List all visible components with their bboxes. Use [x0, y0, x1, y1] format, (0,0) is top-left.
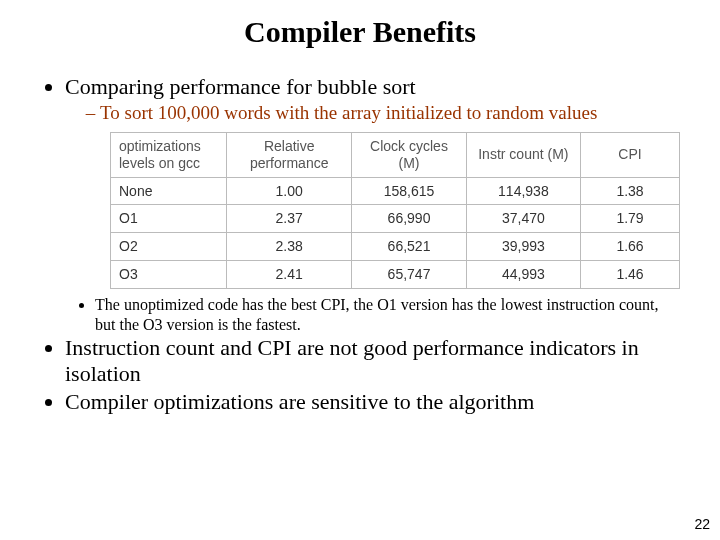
bullet-text: Instruction count and CPI are not good p… [65, 335, 639, 386]
col-header: optimizations levels on gcc [111, 133, 227, 178]
table-cell: 1.00 [227, 177, 352, 205]
table-cell: 158,615 [352, 177, 466, 205]
bullet-item: Compiler optimizations are sensitive to … [65, 389, 680, 415]
bullet-item: Comparing performance for bubble sort To… [65, 74, 680, 124]
sub-bullet-text: To sort 100,000 words with the array ini… [100, 102, 597, 123]
table-row: O3 2.41 65,747 44,993 1.46 [111, 260, 680, 288]
table-cell: 2.41 [227, 260, 352, 288]
table-container: optimizations levels on gcc Relative per… [110, 132, 680, 289]
col-header: Clock cycles (M) [352, 133, 466, 178]
note-list: The unoptimized code has the best CPI, t… [70, 295, 680, 335]
performance-table: optimizations levels on gcc Relative per… [110, 132, 680, 289]
bullet-item: Instruction count and CPI are not good p… [65, 335, 680, 387]
col-header: CPI [581, 133, 680, 178]
table-cell: 39,993 [466, 233, 580, 261]
table-row: O1 2.37 66,990 37,470 1.79 [111, 205, 680, 233]
table-cell: 66,521 [352, 233, 466, 261]
table-header-row: optimizations levels on gcc Relative per… [111, 133, 680, 178]
page-title: Compiler Benefits [40, 15, 680, 49]
table-cell: O1 [111, 205, 227, 233]
table-cell: None [111, 177, 227, 205]
table-cell: O3 [111, 260, 227, 288]
note-item: The unoptimized code has the best CPI, t… [95, 295, 680, 335]
table-cell: O2 [111, 233, 227, 261]
col-header: Relative performance [227, 133, 352, 178]
table-cell: 65,747 [352, 260, 466, 288]
table-cell: 44,993 [466, 260, 580, 288]
table-cell: 2.37 [227, 205, 352, 233]
table-cell: 66,990 [352, 205, 466, 233]
col-header: Instr count (M) [466, 133, 580, 178]
bullet-text: Compiler optimizations are sensitive to … [65, 389, 534, 414]
slide: Compiler Benefits Comparing performance … [0, 0, 720, 540]
bullet-list: Comparing performance for bubble sort To… [40, 74, 680, 124]
sub-bullet-list: To sort 100,000 words with the array ini… [75, 102, 680, 124]
table-row: O2 2.38 66,521 39,993 1.66 [111, 233, 680, 261]
page-number: 22 [694, 516, 710, 532]
table-row: None 1.00 158,615 114,938 1.38 [111, 177, 680, 205]
bullet-list: Instruction count and CPI are not good p… [40, 335, 680, 415]
bullet-text: Comparing performance for bubble sort [65, 74, 416, 99]
table-cell: 1.79 [581, 205, 680, 233]
table-cell: 2.38 [227, 233, 352, 261]
table-cell: 1.38 [581, 177, 680, 205]
note-text: The unoptimized code has the best CPI, t… [95, 296, 658, 333]
sub-bullet-item: To sort 100,000 words with the array ini… [100, 102, 680, 124]
table-cell: 1.46 [581, 260, 680, 288]
table-cell: 37,470 [466, 205, 580, 233]
table-cell: 114,938 [466, 177, 580, 205]
table-cell: 1.66 [581, 233, 680, 261]
